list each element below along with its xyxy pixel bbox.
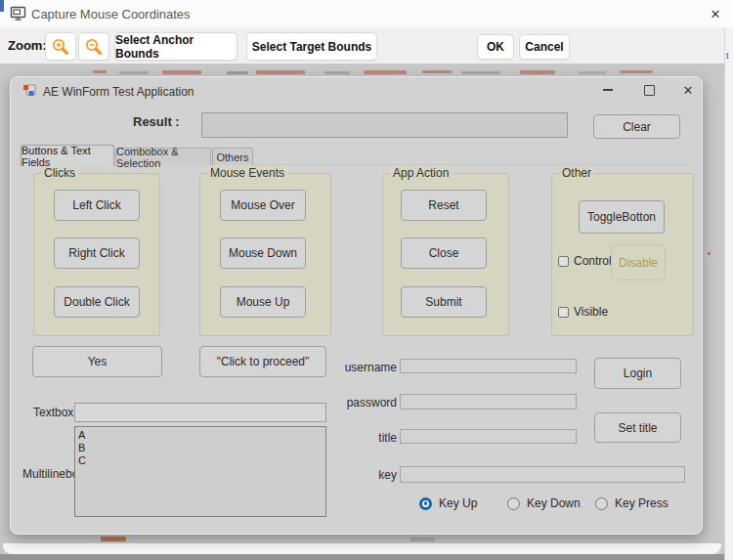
disable-button: Disable bbox=[611, 244, 666, 280]
right-click-button[interactable]: Right Click bbox=[54, 237, 140, 269]
set-title-button[interactable]: Set title bbox=[594, 412, 681, 443]
clear-button[interactable]: Clear bbox=[593, 114, 680, 139]
key-down-label: Key Down bbox=[527, 496, 581, 510]
key-press-label: Key Press bbox=[615, 496, 668, 510]
visible-checkbox-label: Visible bbox=[574, 305, 608, 319]
reset-button[interactable]: Reset bbox=[401, 190, 487, 221]
select-target-bounds-button[interactable]: Select Target Bounds bbox=[246, 32, 377, 61]
group-other: Other ToggleBotton Control Disable Visib… bbox=[551, 173, 694, 336]
zoom-label: Zoom: bbox=[8, 38, 47, 53]
double-click-button[interactable]: Double Click bbox=[54, 286, 140, 318]
group-clicks: Clicks Left Click Right Click Double Cli… bbox=[33, 173, 160, 336]
zoom-out-button[interactable] bbox=[78, 32, 109, 61]
username-label: username bbox=[343, 361, 397, 374]
result-field[interactable] bbox=[201, 112, 568, 138]
textbox-label: Textbox bbox=[33, 406, 73, 419]
close-icon: ✕ bbox=[683, 84, 694, 97]
click-to-proceed-button[interactable]: "Click to proceed" bbox=[199, 346, 326, 377]
group-clicks-title: Clicks bbox=[41, 166, 78, 180]
left-click-button[interactable]: Left Click bbox=[54, 190, 140, 221]
screen: Capture Mouse Coordinates ✕ Zoom: Select… bbox=[0, 0, 733, 560]
password-label: password bbox=[343, 396, 397, 409]
visible-checkbox-box bbox=[558, 307, 569, 318]
outer-window-bottom-border bbox=[3, 543, 721, 554]
tab-others[interactable]: Others bbox=[212, 148, 253, 165]
radio-unselected-icon bbox=[595, 497, 608, 510]
login-button[interactable]: Login bbox=[594, 358, 681, 389]
key-up-radio[interactable]: Key Up bbox=[419, 496, 477, 510]
group-app-action-title: App Action bbox=[390, 166, 452, 180]
radio-unselected-icon bbox=[507, 497, 520, 510]
result-label: Result : bbox=[133, 114, 180, 129]
key-label: key bbox=[343, 468, 397, 482]
mouse-over-button[interactable]: Mouse Over bbox=[220, 190, 306, 221]
group-mouse-events: Mouse Events Mouse Over Mouse Down Mouse… bbox=[199, 173, 331, 336]
tab-buttons-text-fields[interactable]: Buttons & Text Fields bbox=[21, 145, 114, 166]
outer-titlebar: Capture Mouse Coordinates ✕ bbox=[0, 0, 733, 28]
select-anchor-bounds-button[interactable]: Select Anchor Bounds bbox=[114, 32, 237, 61]
key-press-radio[interactable]: Key Press bbox=[595, 496, 668, 510]
key-up-label: Key Up bbox=[439, 496, 477, 510]
magnifier-minus-icon bbox=[84, 37, 104, 57]
app-maximize-button[interactable] bbox=[637, 81, 661, 99]
zoom-in-button[interactable] bbox=[45, 32, 76, 61]
key-field[interactable] bbox=[400, 466, 685, 483]
app-titlebar[interactable]: AE WinForm Test Application ✕ bbox=[11, 77, 702, 103]
control-checkbox-box bbox=[558, 256, 569, 267]
title-field[interactable] bbox=[400, 429, 577, 444]
cancel-button[interactable]: Cancel bbox=[519, 34, 570, 60]
visible-checkbox[interactable]: Visible bbox=[558, 305, 608, 319]
title-label: title bbox=[343, 431, 397, 445]
password-field[interactable] bbox=[400, 394, 577, 409]
ok-button[interactable]: OK bbox=[477, 34, 514, 60]
app-close-button[interactable]: ✕ bbox=[676, 81, 700, 99]
mouse-up-button[interactable]: Mouse Up bbox=[220, 286, 306, 318]
username-field[interactable] bbox=[400, 359, 577, 373]
group-app-action: App Action Reset Close Submit bbox=[382, 173, 509, 336]
yes-button[interactable]: Yes bbox=[32, 346, 162, 377]
toggle-button[interactable]: ToggleBotton bbox=[579, 200, 665, 234]
group-other-title: Other bbox=[559, 166, 594, 180]
submit-button[interactable]: Submit bbox=[401, 286, 487, 318]
app-window: AE WinForm Test Application ✕ Result : C… bbox=[10, 76, 703, 535]
minimize-icon bbox=[603, 89, 613, 91]
app-minimize-button[interactable] bbox=[596, 81, 620, 99]
tab-combobox-selection[interactable]: Combobox & Selection bbox=[115, 148, 211, 165]
outer-close-button[interactable]: ✕ bbox=[704, 4, 727, 23]
background-window-edge bbox=[724, 27, 733, 560]
background-edge-text: t bbox=[726, 51, 729, 61]
magnifier-plus-icon bbox=[51, 37, 70, 57]
control-checkbox[interactable]: Control bbox=[558, 254, 612, 268]
close-app-button[interactable]: Close bbox=[401, 237, 487, 269]
textbox-field[interactable] bbox=[74, 403, 326, 422]
maximize-icon bbox=[644, 85, 655, 96]
group-mouse-events-title: Mouse Events bbox=[207, 166, 287, 180]
multilinebox-field[interactable]: A B C bbox=[74, 426, 326, 517]
outer-window-title: Capture Mouse Coordinates bbox=[31, 7, 191, 22]
desktop-strip bbox=[0, 554, 724, 560]
radio-selected-icon bbox=[419, 497, 432, 510]
control-checkbox-label: Control bbox=[574, 254, 612, 268]
app-window-title: AE WinForm Test Application bbox=[43, 85, 194, 99]
mouse-down-button[interactable]: Mouse Down bbox=[220, 237, 306, 269]
capture-monitor-icon bbox=[10, 5, 26, 22]
key-down-radio[interactable]: Key Down bbox=[507, 496, 581, 510]
background-window-fragment bbox=[0, 0, 4, 12]
winforms-app-icon bbox=[22, 83, 36, 97]
